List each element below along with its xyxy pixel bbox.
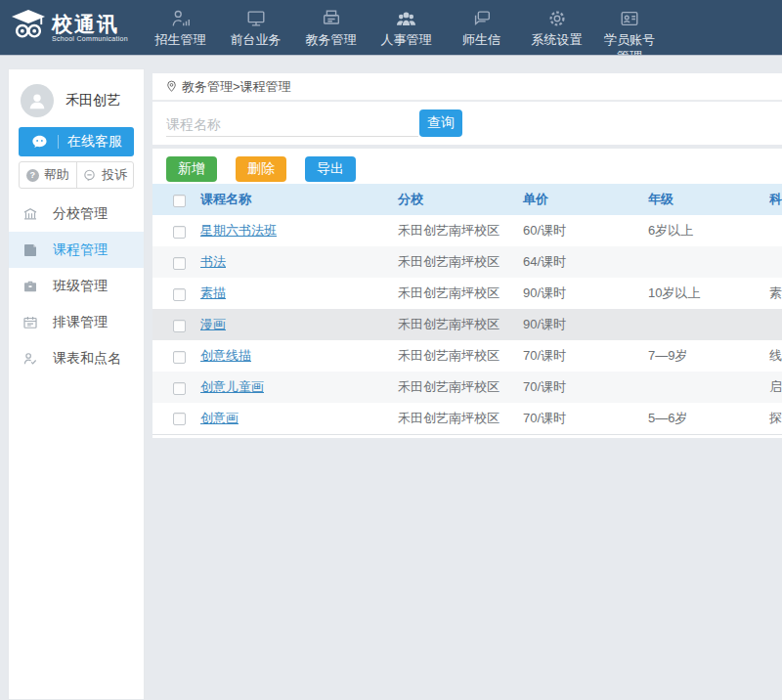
feedback-bubble-icon — [82, 168, 97, 183]
row-checkbox[interactable] — [173, 382, 186, 395]
top-navigation: 招生管理 前台业务 教务管理 — [143, 0, 665, 55]
complaint-button[interactable]: 投诉 — [77, 162, 134, 188]
sidebar-item-course-management[interactable]: 课程管理 — [9, 232, 144, 268]
location-pin-icon — [165, 80, 178, 93]
col-course-name: 课程名称 — [196, 184, 393, 215]
printer-icon — [293, 7, 369, 30]
course-table: 课程名称 分校 单价 年级 科目 星期六书法班 禾田创艺南坪校区 60/课时 6… — [152, 184, 782, 435]
divider — [58, 135, 59, 149]
query-button[interactable]: 查询 — [419, 109, 462, 137]
search-panel: 查询 — [152, 102, 782, 145]
nav-item-student-accounts[interactable]: 学员账号管理 — [594, 0, 665, 55]
table-row: 漫画 禾田创艺南坪校区 90/课时 — [152, 309, 782, 340]
online-service-button[interactable]: 在线客服 — [19, 127, 134, 156]
course-link[interactable]: 书法 — [200, 254, 226, 269]
nav-item-settings[interactable]: 系统设置 — [519, 0, 594, 55]
row-checkbox[interactable] — [173, 257, 186, 270]
row-checkbox[interactable] — [173, 413, 186, 425]
person-stats-icon — [143, 7, 218, 30]
user-profile: 禾田创艺 — [9, 69, 144, 117]
course-management-panel: 新增 删除 导出 课程名称 分校 单价 年级 科目 星期六书法班 禾田创艺南坪校… — [152, 149, 782, 438]
nav-item-hr[interactable]: 人事管理 — [369, 0, 444, 55]
sidebar-item-schedule-management[interactable]: 排课管理 — [9, 304, 144, 340]
sidebar-item-roster-rollcall[interactable]: 课表和点名 — [9, 340, 144, 376]
chat-bubble-icon — [444, 7, 519, 30]
nav-item-academic[interactable]: 教务管理 — [293, 0, 369, 55]
col-subject: 科目 — [764, 184, 782, 215]
username: 禾田创艺 — [65, 92, 120, 109]
course-link[interactable]: 素描 — [200, 285, 226, 300]
sidebar: 禾田创艺 在线客服 ? 帮助 投诉 — [8, 68, 145, 700]
col-branch: 分校 — [393, 184, 518, 215]
sidebar-item-branch-management[interactable]: 分校管理 — [9, 196, 144, 232]
nav-item-messages[interactable]: 师生信 — [444, 0, 519, 55]
gear-icon — [519, 7, 594, 30]
course-link[interactable]: 星期六书法班 — [200, 223, 277, 238]
question-icon: ? — [26, 169, 39, 182]
building-icon — [22, 205, 39, 223]
sidebar-item-class-management[interactable]: 班级管理 — [9, 268, 144, 304]
course-link[interactable]: 创意儿童画 — [200, 379, 264, 394]
course-name-input[interactable] — [166, 111, 418, 137]
row-checkbox[interactable] — [173, 288, 186, 301]
topbar: 校通讯 School Communication 招生管理 前台业务 — [0, 0, 782, 56]
action-buttons: 新增 删除 导出 — [152, 149, 782, 184]
table-row: 创意儿童画 禾田创艺南坪校区 70/课时 启 — [152, 372, 782, 403]
person-check-icon — [22, 350, 39, 368]
breadcrumb: 教务管理>课程管理 — [152, 73, 782, 101]
logo-title: 校通讯 — [52, 14, 128, 35]
table-row: 素描 禾田创艺南坪校区 90/课时 10岁以上 素 — [152, 278, 782, 309]
id-card-icon — [594, 7, 665, 30]
course-link[interactable]: 创意画 — [200, 411, 239, 425]
wechat-icon — [30, 133, 49, 152]
course-link[interactable]: 漫画 — [200, 317, 226, 331]
logo-subtitle: School Communication — [52, 35, 128, 42]
course-link[interactable]: 创意线描 — [200, 348, 251, 363]
delete-button[interactable]: 删除 — [236, 156, 286, 182]
table-row: 创意画 禾田创艺南坪校区 70/课时 5—6岁 探 — [152, 403, 782, 434]
online-service-label: 在线客服 — [67, 133, 122, 151]
col-grade: 年级 — [643, 184, 764, 215]
add-button[interactable]: 新增 — [166, 156, 217, 182]
app-logo: 校通讯 School Communication — [0, 0, 137, 55]
monitor-icon — [218, 7, 293, 30]
breadcrumb-text: 教务管理>课程管理 — [182, 78, 291, 96]
briefcase-icon — [22, 278, 39, 295]
sidebar-menu: 分校管理 课程管理 班级管理 — [9, 196, 144, 376]
row-checkbox[interactable] — [173, 226, 186, 239]
select-all-checkbox[interactable] — [173, 195, 186, 207]
calendar-icon — [22, 314, 39, 331]
people-icon — [369, 7, 444, 30]
table-header-row: 课程名称 分校 单价 年级 科目 — [152, 184, 782, 215]
table-row: 书法 禾田创艺南坪校区 64/课时 — [152, 246, 782, 278]
table-row: 星期六书法班 禾田创艺南坪校区 60/课时 6岁以上 — [152, 215, 782, 246]
table-row: 创意线描 禾田创艺南坪校区 70/课时 7—9岁 线 — [152, 340, 782, 372]
nav-item-frontdesk[interactable]: 前台业务 — [218, 0, 293, 55]
row-checkbox[interactable] — [173, 320, 186, 332]
avatar[interactable] — [21, 84, 54, 117]
owl-graduation-icon — [10, 8, 47, 47]
row-checkbox[interactable] — [173, 351, 186, 364]
help-complaint-group: ? 帮助 投诉 — [19, 161, 134, 189]
notebook-icon — [22, 241, 39, 259]
help-button[interactable]: ? 帮助 — [20, 162, 77, 188]
export-button[interactable]: 导出 — [305, 156, 356, 182]
col-price: 单价 — [518, 184, 643, 215]
nav-item-recruitment[interactable]: 招生管理 — [143, 0, 218, 55]
